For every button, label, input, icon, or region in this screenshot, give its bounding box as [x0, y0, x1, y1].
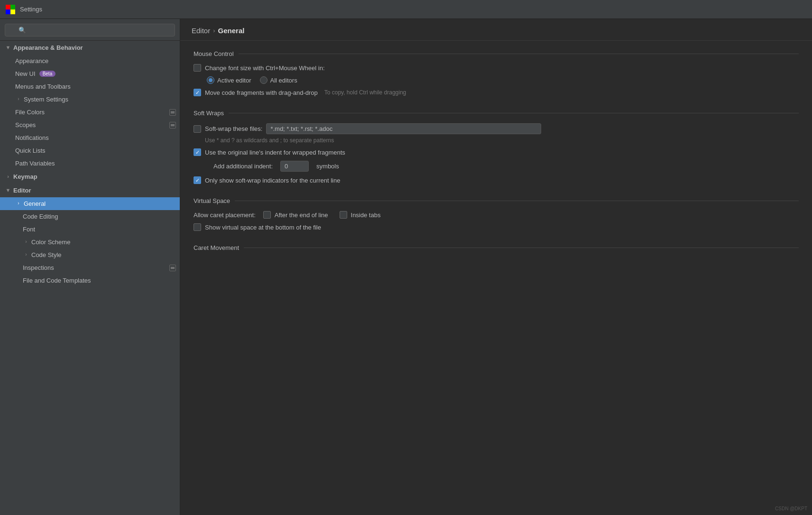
sidebar-item-general[interactable]: › General: [0, 197, 180, 210]
chevron-right-icon: ›: [5, 174, 11, 180]
sidebar-item-label: File and Code Templates: [23, 277, 91, 284]
svg-rect-1: [10, 5, 15, 9]
svg-rect-10: [171, 267, 175, 268]
sidebar-item-label: File Colors: [15, 109, 45, 116]
breadcrumb: Editor › General: [180, 19, 812, 41]
input-soft-wrap-files[interactable]: [266, 123, 541, 134]
search-input[interactable]: [5, 24, 175, 37]
sidebar-group-label: Keymap: [13, 173, 37, 180]
content-scroll: Mouse Control Change font size with Ctrl…: [180, 41, 812, 515]
sidebar-item-system-settings[interactable]: › System Settings: [0, 93, 180, 106]
radio-all-editors[interactable]: All editors: [260, 76, 297, 84]
checkbox-move-code-fragments[interactable]: [194, 89, 201, 96]
sidebar-group-editor-items: › General Code Editing Font › Color Sche…: [0, 197, 180, 287]
option-change-font-size: Change font size with Ctrl+Mouse Wheel i…: [194, 64, 799, 72]
sidebar-item-code-style[interactable]: › Code Style: [0, 248, 180, 261]
watermark: CSDN @DKPT: [775, 506, 807, 511]
section-title-mouse-control: Mouse Control: [194, 50, 799, 57]
app-icon: [6, 5, 15, 14]
sidebar-item-notifications[interactable]: Notifications: [0, 131, 180, 144]
sidebar-item-label: Menus and Toolbars: [15, 83, 71, 90]
input-add-indent[interactable]: [280, 161, 309, 172]
label-change-font-size: Change font size with Ctrl+Mouse Wheel i…: [205, 64, 325, 72]
radio-all-editors-control[interactable]: [260, 76, 268, 84]
svg-rect-0: [6, 5, 10, 9]
sidebar-item-label: Inspections: [23, 264, 54, 271]
search-area: [0, 19, 180, 41]
label-active-editor: Active editor: [217, 77, 251, 84]
radio-active-editor[interactable]: Active editor: [207, 76, 251, 84]
sidebar-group-appearance-behavior-items: Appearance New UI Beta Menus and Toolbar…: [0, 55, 180, 170]
checkbox-soft-wrap-files[interactable]: [194, 125, 201, 133]
sidebar-item-label: System Settings: [24, 96, 68, 103]
checkbox-after-end-of-line[interactable]: [263, 211, 271, 219]
svg-rect-7: [171, 112, 175, 113]
label-all-editors: All editors: [270, 77, 297, 84]
inspections-indicator: [169, 265, 176, 271]
sidebar-item-new-ui[interactable]: New UI Beta: [0, 67, 180, 80]
option-only-show-indicators: Only show soft-wrap indicators for the c…: [194, 176, 799, 184]
sidebar-group-label: Editor: [13, 187, 31, 194]
section-soft-wraps: Soft Wraps Soft-wrap these files: Use * …: [194, 110, 799, 184]
chevron-right-icon: ›: [23, 239, 29, 246]
section-caret-movement: Caret Movement: [194, 244, 799, 251]
sidebar-item-label: New UI: [15, 70, 36, 77]
checkbox-change-font-size[interactable]: [194, 64, 201, 72]
sidebar-item-file-code-templates[interactable]: File and Code Templates: [0, 274, 180, 287]
chevron-right-icon: ›: [23, 252, 29, 258]
sidebar-item-label: Color Scheme: [31, 239, 70, 246]
sidebar-item-appearance[interactable]: Appearance: [0, 55, 180, 67]
label-after-end-of-line: After the end of line: [275, 212, 328, 219]
label-use-original-indent: Use the original line's indent for wrapp…: [205, 149, 345, 156]
chevron-down-icon: ▼: [5, 45, 11, 51]
option-allow-caret: Allow caret placement: After the end of …: [194, 211, 799, 219]
label-only-show-indicators: Only show soft-wrap indicators for the c…: [205, 177, 340, 184]
sidebar-scroll: ▼ Appearance & Behavior Appearance New U…: [0, 41, 180, 515]
sidebar-item-code-editing[interactable]: Code Editing: [0, 210, 180, 223]
title-bar: Settings: [0, 0, 812, 19]
sidebar-item-label: Code Editing: [23, 213, 58, 220]
svg-rect-2: [6, 9, 10, 14]
sidebar-item-file-colors[interactable]: File Colors: [0, 106, 180, 119]
search-wrap: [5, 24, 175, 37]
beta-badge: Beta: [39, 71, 56, 77]
checkbox-use-original-indent[interactable]: [194, 148, 201, 156]
svg-rect-9: [171, 125, 175, 126]
sidebar-item-menus-toolbars[interactable]: Menus and Toolbars: [0, 80, 180, 93]
window-title: Settings: [20, 6, 42, 13]
section-title-soft-wraps: Soft Wraps: [194, 110, 799, 117]
section-title-virtual-space: Virtual Space: [194, 197, 799, 204]
sidebar-item-inspections[interactable]: Inspections: [0, 261, 180, 274]
sidebar-group-appearance-behavior[interactable]: ▼ Appearance & Behavior: [0, 41, 180, 55]
section-title-caret-movement: Caret Movement: [194, 244, 799, 251]
sidebar-item-label: Quick Lists: [15, 147, 46, 154]
checkbox-show-virtual-space[interactable]: [194, 223, 201, 231]
sidebar-item-font[interactable]: Font: [0, 223, 180, 236]
sidebar-group-keymap[interactable]: › Keymap: [0, 170, 180, 184]
sidebar-group-editor[interactable]: ▼ Editor: [0, 184, 180, 197]
option-show-virtual-space: Show virtual space at the bottom of the …: [194, 223, 799, 231]
sidebar-item-scopes[interactable]: Scopes: [0, 119, 180, 131]
sidebar: ▼ Appearance & Behavior Appearance New U…: [0, 19, 180, 515]
sidebar-item-label: Scopes: [15, 121, 36, 129]
option-use-original-indent: Use the original line's indent for wrapp…: [194, 148, 799, 156]
sidebar-item-color-scheme[interactable]: › Color Scheme: [0, 236, 180, 248]
sidebar-item-label: Appearance: [15, 57, 48, 64]
breadcrumb-separator: ›: [213, 27, 215, 34]
checkbox-only-show-indicators[interactable]: [194, 176, 201, 184]
sidebar-item-label: Code Style: [31, 251, 62, 258]
label-add-indent: Add additional indent:: [213, 163, 273, 170]
chevron-right-icon: ›: [15, 96, 22, 103]
sidebar-item-path-variables[interactable]: Path Variables: [0, 157, 180, 170]
label-inside-tabs: Inside tabs: [351, 212, 381, 219]
section-virtual-space: Virtual Space Allow caret placement: Aft…: [194, 197, 799, 231]
radio-group-editor-scope: Active editor All editors: [194, 76, 799, 84]
svg-rect-11: [171, 268, 175, 269]
file-colors-indicator: [169, 109, 176, 116]
option-soft-wrap-files: Soft-wrap these files:: [194, 123, 799, 134]
chevron-down-icon: ▼: [5, 187, 11, 194]
radio-active-editor-control[interactable]: [207, 76, 214, 84]
sidebar-item-quick-lists[interactable]: Quick Lists: [0, 144, 180, 157]
label-symbols: symbols: [316, 163, 339, 170]
checkbox-inside-tabs[interactable]: [340, 211, 347, 219]
